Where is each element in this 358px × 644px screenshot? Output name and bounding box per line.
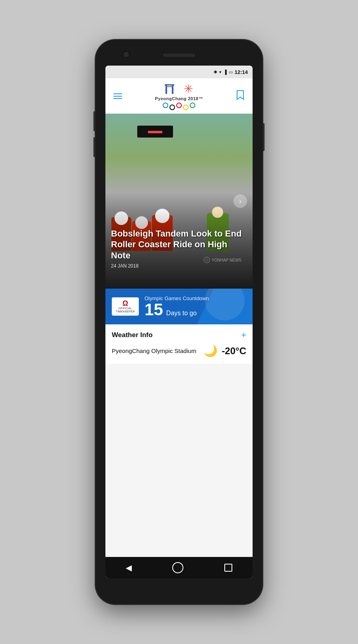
ring-green	[190, 103, 195, 108]
bookmark-icon	[236, 90, 245, 100]
menu-button[interactable]	[112, 92, 124, 101]
menu-line-1	[113, 93, 122, 94]
scoreboard: ■■■■■■	[137, 126, 173, 138]
weather-item: PyeongChang Olympic Stadium 🌙 -20°C	[112, 344, 246, 357]
bookmark-button[interactable]	[234, 88, 246, 104]
phone-vol-down	[93, 137, 95, 157]
ring-blue	[163, 103, 168, 108]
hero-title-overlay: Bobsleigh Tandem Look to End Roller Coas…	[111, 228, 247, 269]
wifi-icon: ▾	[219, 70, 222, 75]
weather-venue: PyeongChang Olympic Stadium	[112, 347, 197, 355]
battery-icon: ▭	[229, 70, 233, 75]
back-icon: ◀	[126, 563, 132, 572]
bottom-navigation: ◀	[105, 557, 253, 578]
phone-speaker	[163, 54, 195, 57]
omega-logo: Ω OFFICIALTIMEKEEPER	[112, 297, 139, 316]
venue-name: PyeongChang Olympic Stadium	[112, 347, 197, 354]
weather-add-button[interactable]: +	[241, 331, 246, 339]
weather-section: Weather Info + PyeongChang Olympic Stadi…	[105, 324, 253, 364]
logo-top: ✳	[165, 82, 193, 95]
weather-temperature: -20°C	[222, 345, 246, 357]
pyeongchang-star-icon: ✳	[184, 82, 193, 95]
weather-header: Weather Info +	[112, 331, 246, 339]
home-circle-icon	[172, 562, 183, 573]
menu-line-3	[113, 98, 122, 99]
weather-right: 🌙 -20°C	[204, 344, 246, 357]
phone-shell: ✱ ▾ ▐ ▭ 12:14	[95, 40, 263, 604]
status-bar: ✱ ▾ ▐ ▭ 12:14	[105, 66, 253, 78]
content-spacer	[105, 364, 253, 557]
phone-screen: ✱ ▾ ▐ ▭ 12:14	[105, 66, 253, 578]
recents-button[interactable]	[216, 561, 240, 575]
weather-moon-icon: 🌙	[204, 344, 218, 357]
app-header: ✳ PyeongChang 2018™	[105, 78, 253, 114]
signal-icon: ▐	[224, 70, 227, 74]
hero-date: 24 JAN 2018	[111, 263, 247, 269]
phone-vol-up	[93, 111, 95, 131]
omega-symbol: Ω	[123, 300, 128, 307]
pyeongchang-gate-icon	[165, 83, 182, 95]
recents-square-icon	[224, 564, 232, 572]
ring-yellow	[183, 105, 189, 110]
scoreboard-text: ■■■■■■	[148, 130, 162, 134]
yonhap-watermark: ⓘ YONHAP NEWS	[204, 257, 241, 263]
home-button[interactable]	[164, 559, 191, 576]
ring-red	[176, 103, 182, 108]
yonhap-icon: ⓘ	[204, 257, 210, 263]
hero-headline: Bobsleigh Tandem Look to End Roller Coas…	[111, 228, 247, 261]
svg-rect-2	[165, 84, 174, 85]
countdown-banner: Ω OFFICIALTIMEKEEPER Olympic Games Count…	[105, 289, 253, 324]
omega-text: OFFICIALTIMEKEEPER	[116, 307, 135, 314]
status-icons: ✱ ▾ ▐ ▭ 12:14	[214, 69, 248, 75]
status-time: 12:14	[235, 69, 248, 75]
phone-camera	[123, 51, 130, 58]
yonhap-text: YONHAP NEWS	[212, 258, 241, 262]
olympic-rings	[163, 103, 195, 110]
logo-brand-name: PyeongChang 2018™	[155, 96, 203, 101]
menu-line-2	[113, 96, 122, 97]
arrow-icon: ›	[239, 197, 241, 206]
bluetooth-icon: ✱	[214, 70, 217, 75]
back-button[interactable]: ◀	[118, 560, 140, 576]
hero-image-container[interactable]: ■■■■■■ › Bobsleigh Tandem Look to End Ro…	[105, 114, 253, 289]
countdown-number: 15	[144, 301, 163, 318]
countdown-info: Olympic Games Countdown 15 Days to go	[144, 295, 246, 318]
phone-power-button	[263, 123, 265, 151]
svg-rect-3	[165, 86, 173, 87]
countdown-days: Days to go	[166, 310, 197, 317]
app-logo: ✳ PyeongChang 2018™	[155, 82, 203, 110]
weather-title: Weather Info	[112, 331, 153, 339]
ring-black	[169, 105, 175, 110]
hero-next-arrow[interactable]: ›	[233, 194, 247, 208]
countdown-number-row: 15 Days to go	[144, 301, 246, 318]
